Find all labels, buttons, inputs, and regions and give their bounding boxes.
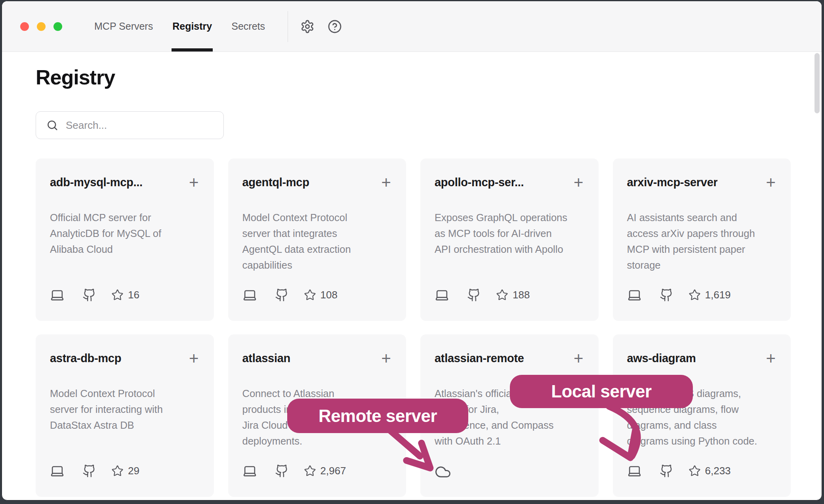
card-footer-local: 2,967 bbox=[242, 464, 392, 478]
star-count: 6,233 bbox=[705, 465, 731, 477]
card-footer-local: 1,619 bbox=[627, 288, 777, 302]
laptop-icon bbox=[242, 288, 257, 302]
github-icon bbox=[660, 288, 673, 302]
card-header: atlassian + bbox=[242, 352, 392, 365]
server-card[interactable]: apollo-mcp-ser... + Exposes GraphQL oper… bbox=[420, 158, 599, 321]
card-description: Exposes GraphQL operationsas MCP tools f… bbox=[435, 210, 584, 257]
tab-label: MCP Servers bbox=[94, 21, 153, 32]
card-footer-local: 6,233 bbox=[627, 464, 777, 478]
add-server-button[interactable]: + bbox=[188, 353, 200, 365]
laptop-icon bbox=[50, 464, 65, 478]
star-icon bbox=[304, 289, 316, 301]
tab-mcp-servers[interactable]: MCP Servers bbox=[94, 1, 153, 52]
card-description: Model Context Protocolserver for interac… bbox=[50, 386, 200, 433]
github-icon bbox=[660, 464, 673, 478]
add-server-button[interactable]: + bbox=[380, 177, 392, 189]
card-footer-remote bbox=[435, 464, 584, 480]
card-header: agentql-mcp + bbox=[242, 176, 392, 189]
card-header: aws-diagram + bbox=[627, 352, 777, 365]
github-icon bbox=[275, 288, 289, 302]
toolbar-divider bbox=[288, 11, 288, 42]
scrollbar-thumb[interactable] bbox=[814, 53, 820, 113]
add-server-button[interactable]: + bbox=[765, 177, 776, 189]
card-description: Model Context Protocolserver that integr… bbox=[242, 210, 392, 273]
card-footer-local: 29 bbox=[50, 464, 200, 478]
card-title: agentql-mcp bbox=[242, 176, 309, 189]
tab-secrets[interactable]: Secrets bbox=[231, 1, 265, 52]
card-footer-local: 108 bbox=[242, 288, 392, 302]
traffic-lights bbox=[20, 22, 62, 31]
desc-line: DataStax Astra DB bbox=[50, 417, 200, 433]
server-card[interactable]: astra-db-mcp + Model Context Protocolser… bbox=[36, 334, 214, 497]
desc-line: server for interacting with bbox=[50, 401, 200, 417]
tab-registry[interactable]: Registry bbox=[172, 1, 212, 52]
tab-label: Registry bbox=[172, 21, 212, 32]
desc-line: diagrams, and class bbox=[627, 417, 777, 433]
laptop-icon bbox=[242, 464, 257, 478]
desc-line: Alibaba Cloud bbox=[50, 241, 200, 257]
laptop-icon bbox=[435, 288, 449, 302]
desc-line: Model Context Protocol bbox=[242, 210, 392, 225]
add-server-button[interactable]: + bbox=[188, 177, 200, 189]
card-footer-local: 188 bbox=[435, 288, 584, 302]
desc-line: Exposes GraphQL operations bbox=[435, 210, 584, 225]
server-card[interactable]: adb-mysql-mcp... + Official MCP server f… bbox=[36, 158, 214, 321]
star-icon bbox=[111, 465, 124, 477]
star-count: 29 bbox=[128, 465, 139, 477]
local-server-callout: Local server bbox=[510, 375, 693, 408]
search-input[interactable] bbox=[65, 119, 223, 132]
star-icon bbox=[689, 289, 701, 301]
server-card[interactable]: agentql-mcp + Model Context Protocolserv… bbox=[228, 158, 406, 321]
server-card[interactable]: aws-diagram + Generate AWS diagrams,sequ… bbox=[613, 334, 791, 497]
github-icon bbox=[82, 288, 96, 302]
star-icon bbox=[496, 289, 508, 301]
card-title: adb-mysql-mcp... bbox=[50, 176, 143, 189]
card-header: apollo-mcp-ser... + bbox=[435, 176, 584, 189]
card-title: atlassian bbox=[242, 352, 290, 365]
main-tabs: MCP Servers Registry Secrets bbox=[94, 1, 265, 52]
card-title: arxiv-mcp-server bbox=[627, 176, 718, 189]
remote-server-callout: Remote server bbox=[287, 399, 468, 433]
minimize-window-button[interactable] bbox=[37, 22, 46, 31]
laptop-icon bbox=[627, 464, 642, 478]
desc-line: API orchestration with Apollo bbox=[435, 241, 584, 257]
card-description: AI assistants search andaccess arXiv pap… bbox=[627, 210, 777, 273]
star-icon bbox=[689, 465, 701, 477]
card-header: adb-mysql-mcp... + bbox=[50, 176, 200, 189]
star-count: 188 bbox=[513, 289, 530, 301]
card-description: Official MCP server forAnalyticDB for My… bbox=[50, 210, 200, 257]
desc-line: as MCP tools for AI-driven bbox=[435, 225, 584, 241]
star-count: 16 bbox=[128, 289, 139, 301]
desc-line: server that integrates bbox=[242, 225, 392, 241]
card-header: atlassian-remote + bbox=[435, 352, 584, 365]
desc-line: deployments. bbox=[242, 433, 392, 449]
star-icon bbox=[111, 289, 124, 301]
desc-line: storage bbox=[627, 257, 777, 273]
card-title: apollo-mcp-ser... bbox=[435, 176, 524, 189]
server-card[interactable]: arxiv-mcp-server + AI assistants search … bbox=[613, 158, 791, 321]
settings-button[interactable] bbox=[300, 19, 315, 34]
github-icon bbox=[467, 288, 481, 302]
close-window-button[interactable] bbox=[20, 22, 29, 31]
card-title: atlassian-remote bbox=[435, 352, 524, 365]
add-server-button[interactable]: + bbox=[573, 177, 584, 189]
search-icon bbox=[46, 119, 58, 131]
add-server-button[interactable]: + bbox=[765, 353, 776, 365]
star-count: 2,967 bbox=[320, 465, 346, 477]
card-grid: adb-mysql-mcp... + Official MCP server f… bbox=[36, 158, 791, 497]
add-server-button[interactable]: + bbox=[573, 353, 584, 365]
github-icon bbox=[82, 464, 96, 478]
help-button[interactable] bbox=[327, 19, 342, 34]
desc-line: with OAuth 2.1 bbox=[435, 433, 584, 449]
cloud-icon bbox=[435, 464, 451, 480]
card-header: arxiv-mcp-server + bbox=[627, 176, 777, 189]
help-icon bbox=[328, 19, 342, 34]
desc-line: AI assistants search and bbox=[627, 210, 777, 225]
add-server-button[interactable]: + bbox=[380, 353, 392, 365]
card-title: aws-diagram bbox=[627, 352, 696, 365]
card-title: astra-db-mcp bbox=[50, 352, 121, 365]
zoom-window-button[interactable] bbox=[53, 22, 62, 31]
star-icon bbox=[304, 465, 316, 477]
title-bar: MCP Servers Registry Secrets bbox=[2, 1, 822, 52]
desc-line: Model Context Protocol bbox=[50, 386, 200, 401]
